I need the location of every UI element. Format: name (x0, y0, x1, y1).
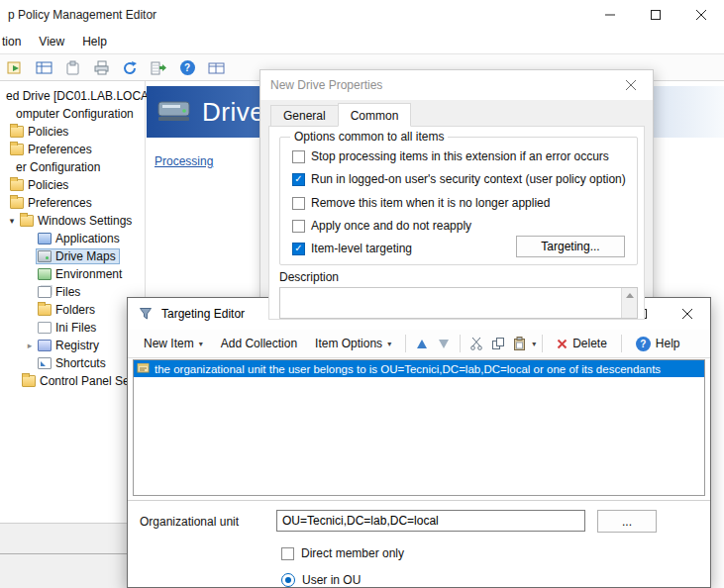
help-button[interactable]: ? Help (628, 334, 688, 354)
description-scrollbar[interactable] (621, 288, 637, 318)
delete-button[interactable]: Delete (549, 334, 615, 353)
targeting-item-ou[interactable]: the organizational unit the user belongs… (134, 360, 704, 377)
checkbox[interactable] (292, 197, 305, 210)
checkbox[interactable] (292, 243, 305, 255)
funnel-icon (139, 307, 153, 324)
checkbox[interactable] (292, 173, 305, 186)
option-run-in-user-context[interactable]: Run in logged-on user's security context… (292, 171, 626, 187)
dialog-tabs: General Common (270, 105, 410, 127)
radio-button[interactable] (281, 573, 295, 587)
dialog-titlebar[interactable]: New Drive Properties (260, 70, 653, 100)
tree-item-shortcuts[interactable]: Shortcuts (0, 354, 145, 372)
scroll-up-button[interactable] (622, 288, 637, 302)
copy-button[interactable] (488, 334, 508, 353)
clipboard-icon[interactable] (61, 56, 83, 78)
folder-icon (22, 375, 36, 387)
org-unit-input[interactable] (276, 510, 585, 532)
tree-item-drive-maps[interactable]: Drive Maps (0, 247, 145, 265)
tree-item-folders[interactable]: Folders (0, 301, 145, 319)
close-button[interactable] (608, 70, 653, 100)
tree-item-files[interactable]: Files (0, 283, 145, 301)
tree-item-windows-settings[interactable]: ▾Windows Settings (0, 212, 145, 230)
move-up-button[interactable] (412, 334, 432, 353)
tree-scrollbar-area[interactable] (0, 523, 145, 588)
folder-icon (10, 197, 24, 209)
move-down-button[interactable] (434, 334, 454, 353)
processing-link[interactable]: Processing (155, 154, 213, 168)
expanded-arrow-icon[interactable]: ▾ (6, 216, 18, 226)
tree-item-computer-configuration[interactable]: omputer Configuration (0, 105, 145, 123)
option-item-level-targeting[interactable]: Item-level targeting (292, 241, 412, 256)
direct-member-only-option[interactable]: Direct member only (281, 546, 404, 560)
close-button[interactable] (665, 298, 710, 330)
item-options-button[interactable]: Item Options ▾ (307, 334, 399, 353)
dialog-title: Targeting Editor (161, 298, 245, 330)
help-icon[interactable]: ? (176, 56, 198, 78)
tree-item-preferences[interactable]: Preferences (0, 141, 145, 158)
targeting-item-text: the organizational unit the user belongs… (155, 363, 661, 375)
dialog-title: New Drive Properties (270, 70, 382, 100)
menu-action[interactable]: tion (0, 35, 30, 49)
option-label: Remove this item when it is no longer ap… (311, 196, 550, 210)
menubar: tion View Help (0, 30, 724, 54)
delete-label: Delete (572, 337, 607, 350)
console-tree-icon[interactable] (33, 56, 54, 78)
tree-item-environment[interactable]: Environment (0, 265, 145, 283)
checkbox[interactable] (292, 150, 305, 163)
files-icon (38, 286, 52, 298)
shortcuts-icon (38, 357, 52, 369)
menu-help[interactable]: Help (73, 35, 116, 49)
maximize-button[interactable] (633, 0, 678, 30)
tree-item-user-configuration[interactable]: er Configuration (0, 158, 145, 176)
paste-caret-down-icon[interactable]: ▾ (532, 340, 536, 348)
targeting-button[interactable]: Targeting... (516, 236, 625, 257)
checkbox[interactable] (292, 220, 305, 233)
minimize-button[interactable] (587, 0, 633, 30)
help-glyph: ? (180, 60, 195, 75)
folder-icon (10, 144, 24, 155)
caret-down-icon: ▾ (199, 340, 203, 348)
paste-button[interactable] (510, 334, 530, 353)
menu-view[interactable]: View (30, 35, 73, 49)
user-in-ou-option[interactable]: User in OU (281, 573, 361, 587)
tree-item-registry[interactable]: ▸Registry (0, 337, 145, 354)
new-item-button[interactable]: New Item ▾ (136, 334, 211, 353)
targeting-toolbar: New Item ▾ Add Collection Item Options ▾ (128, 330, 710, 358)
browse-button[interactable]: ... (597, 510, 657, 533)
ou-item-icon (137, 361, 150, 376)
toolbar-separator (621, 335, 622, 352)
tree-item-gpo-root[interactable]: ed Drive [DC01.LAB.LOCA (0, 87, 145, 105)
groupbox-legend: Options common to all items (290, 130, 448, 144)
drive-maps-icon (38, 250, 52, 262)
option-apply-once[interactable]: Apply once and do not reapply (292, 218, 471, 234)
gpme-titlebar[interactable]: p Policy Management Editor (0, 0, 724, 30)
option-label: Apply once and do not reapply (311, 219, 471, 233)
tab-common[interactable]: Common (338, 103, 412, 127)
option-label: Stop processing items in this extension … (311, 149, 609, 163)
option-remove-when-not-applied[interactable]: Remove this item when it is no longer ap… (292, 195, 550, 211)
list-view-icon[interactable] (205, 56, 227, 78)
print-icon[interactable] (90, 56, 112, 78)
close-icon (626, 80, 636, 90)
maximize-icon (651, 10, 661, 20)
tab-general[interactable]: General (270, 105, 339, 127)
add-collection-button[interactable]: Add Collection (213, 334, 305, 353)
tree-item-policies[interactable]: Policies (0, 123, 145, 141)
tree-item-ini-files[interactable]: Ini Files (0, 319, 145, 337)
console-window-icon[interactable] (4, 56, 26, 78)
refresh-icon[interactable] (119, 56, 141, 78)
cut-button[interactable] (466, 334, 486, 353)
folders-icon (38, 304, 52, 316)
targeting-items-list[interactable]: the organizational unit the user belongs… (133, 359, 705, 496)
checkbox[interactable] (281, 547, 294, 560)
scissors-icon (469, 337, 483, 350)
folder-icon (10, 179, 24, 191)
tree-item-preferences[interactable]: Preferences (0, 194, 145, 212)
tree-item-policies[interactable]: Policies (0, 176, 145, 194)
tree-item-applications[interactable]: Applications (0, 230, 145, 247)
option-stop-processing[interactable]: Stop processing items in this extension … (292, 148, 609, 164)
export-list-icon[interactable] (148, 56, 169, 78)
collapsed-chevron-icon[interactable]: ▸ (24, 341, 36, 350)
close-button[interactable] (678, 0, 724, 30)
tree-item-control-panel-settings[interactable]: Control Panel Sett (0, 372, 145, 390)
